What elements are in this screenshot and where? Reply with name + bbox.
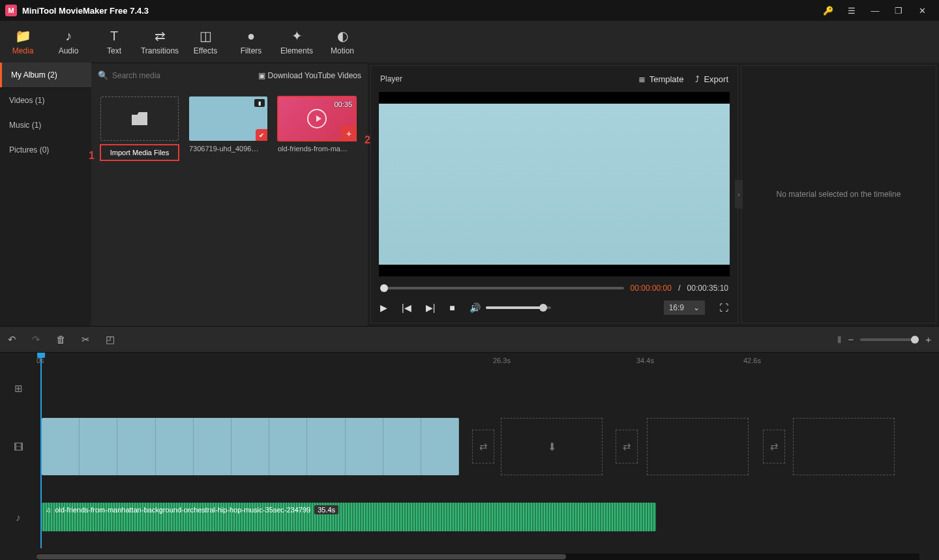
audio-icon: ♪ (65, 29, 72, 44)
video-clip[interactable] (42, 418, 459, 475)
progress-slider[interactable] (380, 287, 624, 289)
add-to-timeline-button[interactable]: + (342, 126, 356, 141)
player-panel: Player ≣Template ⤴Export 00:00:00:00 / 0… (370, 65, 738, 323)
transition-slot[interactable]: ⇄ (472, 430, 494, 464)
volume-icon[interactable]: 🔊 (470, 302, 481, 313)
tab-transitions[interactable]: ⇄ Transitions (137, 21, 183, 63)
magnetic-snap-icon[interactable]: ⦀ (837, 334, 841, 346)
next-frame-button[interactable]: ▶| (426, 302, 436, 313)
youtube-icon: ▣ (258, 71, 265, 80)
close-button[interactable]: ✕ (910, 0, 934, 21)
sidebar-item-music[interactable]: Music (1) (0, 113, 91, 138)
media-sidebar: Videos (1) Music (1) Pictures (0) (0, 87, 91, 326)
empty-clip-slot[interactable] (793, 418, 895, 475)
prev-frame-button[interactable]: |◀ (402, 302, 411, 313)
tick: 42.6s (743, 357, 761, 364)
music-note-icon: ♫ (46, 506, 51, 514)
search-icon: 🔍 (98, 70, 108, 80)
stop-button[interactable]: ■ (449, 302, 455, 313)
minimize-button[interactable]: — (863, 0, 887, 21)
transition-slot[interactable]: ⇄ (616, 430, 638, 464)
sidebar-item-videos[interactable]: Videos (1) (0, 88, 91, 113)
transition-slot[interactable]: ⇄ (763, 430, 785, 464)
license-key-icon[interactable]: 🔑 (816, 0, 840, 21)
preview-viewport[interactable] (379, 92, 730, 276)
tab-audio[interactable]: ♪ Audio (46, 21, 91, 63)
video-thumbnail[interactable]: ▮ ✔ (189, 96, 267, 141)
export-button[interactable]: ⤴Export (695, 74, 728, 84)
fullscreen-button[interactable]: ⛶ (719, 302, 728, 313)
elements-icon: ✦ (291, 28, 303, 44)
template-button[interactable]: ≣Template (638, 74, 684, 84)
volume-slider[interactable] (486, 306, 551, 309)
tab-label: Text (107, 46, 121, 55)
search-input[interactable] (112, 71, 258, 80)
folder-icon (132, 112, 147, 125)
audio-thumbnail[interactable]: 00:35 + (278, 96, 356, 141)
callout-2: 2 (365, 134, 370, 146)
media-grid: Import Media Files 1 ▮ ✔ 7306719-uhd_409… (91, 87, 368, 326)
sidebar-item-pictures[interactable]: Pictures (0) (0, 138, 91, 162)
tab-filters[interactable]: ● Filters (228, 21, 274, 63)
media-panel: My Album (2) 🔍 ▣ Download YouTube Videos… (0, 63, 368, 326)
undo-button[interactable]: ↶ (8, 334, 16, 346)
download-youtube-link[interactable]: ▣ Download YouTube Videos (258, 71, 361, 80)
folder-icon: 📁 (15, 28, 31, 44)
callout-1: 1 (89, 150, 95, 162)
preview-frame (379, 104, 730, 265)
chevron-down-icon: ⌄ (693, 303, 700, 312)
timeline-panel: ↶ ↷ 🗑 ✂ ◰ ⦀ − + 0s 26.3s 34.4s 42.6s ⊞ 🎞 (0, 326, 939, 560)
media-item-audio[interactable]: 00:35 + old-friends-from-ma… 2 (278, 96, 356, 160)
tab-text[interactable]: T Text (91, 21, 137, 63)
import-media-card[interactable]: Import Media Files 1 (100, 96, 179, 160)
audio-clip-duration: 35.4s (314, 505, 338, 514)
tab-motion[interactable]: ◐ Motion (320, 21, 365, 63)
media-item-label: 7306719-uhd_4096… (189, 145, 267, 153)
play-button[interactable]: ▶ (380, 302, 387, 313)
tab-label: Audio (59, 46, 79, 55)
text-icon: T (110, 29, 118, 44)
empty-clip-slot[interactable] (647, 418, 749, 475)
app-title: MiniTool MovieMaker Free 7.4.3 (22, 6, 149, 16)
tab-elements[interactable]: ✦ Elements (274, 21, 320, 63)
upload-icon: ⤴ (695, 74, 700, 84)
import-media-button[interactable]: Import Media Files (100, 145, 179, 160)
crop-button[interactable]: ◰ (106, 334, 115, 346)
playhead[interactable] (40, 353, 42, 548)
time-scale[interactable]: 0s 26.3s 34.4s 42.6s (37, 353, 939, 370)
audio-clip-label: old-friends-from-manhattan-background-or… (55, 506, 310, 514)
filters-icon: ● (247, 29, 255, 44)
tab-media[interactable]: 📁 Media (0, 21, 46, 63)
track-head-add[interactable]: ⊞ (0, 372, 37, 405)
redo-button[interactable]: ↷ (32, 334, 40, 346)
zoom-in-button[interactable]: + (925, 334, 931, 345)
effects-icon: ◫ (200, 28, 212, 44)
main-tabs: 📁 Media ♪ Audio T Text ⇄ Transitions ◫ E… (0, 21, 939, 63)
media-item-video[interactable]: ▮ ✔ 7306719-uhd_4096… (189, 96, 267, 160)
maximize-button[interactable]: ❐ (887, 0, 910, 21)
sidebar-item-my-album[interactable]: My Album (2) (0, 63, 91, 87)
empty-clip-slot[interactable]: ⬇ (501, 418, 603, 475)
delete-button[interactable]: 🗑 (56, 334, 66, 345)
zoom-out-button[interactable]: − (848, 334, 854, 345)
track-head-video: 🎞 (0, 418, 37, 475)
timeline-body[interactable]: 0s 26.3s 34.4s 42.6s ⊞ 🎞 ⇄ ⬇ ⇄ ⇄ (0, 353, 939, 560)
zoom-slider[interactable] (860, 338, 919, 341)
aspect-ratio-select[interactable]: 16:9 ⌄ (664, 301, 705, 315)
layers-icon: ≣ (638, 74, 646, 84)
split-button[interactable]: ✂ (82, 334, 90, 346)
time-current: 00:00:00:00 (631, 284, 672, 293)
import-dropzone[interactable] (100, 96, 179, 141)
media-item-label: old-friends-from-ma… (278, 145, 356, 153)
tab-label: Elements (280, 46, 313, 55)
tick: 26.3s (493, 357, 511, 364)
check-icon: ✔ (256, 129, 267, 141)
motion-icon: ◐ (337, 28, 348, 44)
hamburger-menu-icon[interactable]: ☰ (840, 0, 863, 21)
tab-effects[interactable]: ◫ Effects (183, 21, 228, 63)
timeline-scrollbar[interactable] (37, 553, 919, 560)
download-label: Download YouTube Videos (268, 71, 361, 80)
duration-badge: 00:35 (334, 100, 352, 108)
app-icon: M (5, 5, 17, 16)
audio-clip[interactable]: ♫ old-friends-from-manhattan-background-… (42, 503, 656, 531)
